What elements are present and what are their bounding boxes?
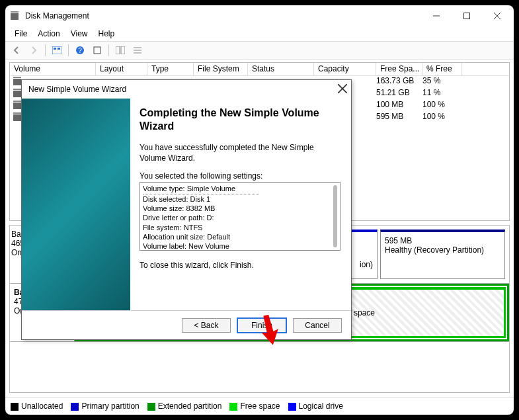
- volume-list-header: Volume Layout Type File System Status Ca…: [9, 62, 510, 75]
- col-freespace[interactable]: Free Spa...: [376, 63, 422, 75]
- legend: Unallocated Primary partition Extended p…: [5, 397, 514, 415]
- svg-rect-6: [94, 47, 100, 54]
- wizard-titlebar[interactable]: New Simple Volume Wizard: [22, 80, 351, 99]
- col-capacity[interactable]: Capacity: [314, 63, 376, 75]
- col-status[interactable]: Status: [248, 63, 314, 75]
- wizard-dialog: New Simple Volume Wizard Completing the …: [21, 79, 352, 340]
- swatch-unallocated: [11, 403, 19, 411]
- svg-rect-7: [116, 46, 120, 54]
- wizard-settings-label: You selected the following settings:: [140, 171, 340, 181]
- svg-text:?: ?: [78, 47, 82, 54]
- tb-view-button[interactable]: [113, 43, 128, 58]
- wizard-title: New Simple Volume Wizard: [28, 85, 338, 94]
- swatch-primary: [71, 403, 79, 411]
- menu-help[interactable]: Help: [95, 28, 119, 40]
- cancel-button[interactable]: Cancel: [293, 318, 342, 333]
- maximize-button[interactable]: [452, 6, 482, 26]
- volume-icon: [13, 114, 21, 121]
- nav-back-button[interactable]: [9, 43, 24, 58]
- nav-forward-button[interactable]: [26, 43, 41, 58]
- toolbar: ?: [5, 41, 514, 60]
- svg-rect-3: [58, 48, 60, 50]
- menu-view[interactable]: View: [67, 28, 92, 40]
- help-button[interactable]: ?: [73, 43, 87, 58]
- partition-free-space[interactable]: Free space: [329, 287, 506, 338]
- volume-icon: [13, 103, 21, 109]
- swatch-logical: [288, 403, 296, 411]
- svg-rect-1: [52, 46, 61, 54]
- titlebar[interactable]: Disk Management: [5, 5, 514, 26]
- menu-action[interactable]: Action: [34, 28, 63, 40]
- col-pctfree[interactable]: % Free: [422, 63, 462, 75]
- volume-icon: [13, 79, 21, 85]
- back-button[interactable]: < Back: [182, 318, 231, 333]
- wizard-success-text: You have successfully completed the New …: [140, 142, 340, 163]
- refresh-button[interactable]: [90, 43, 104, 58]
- wizard-button-row: < Back Finish Cancel: [22, 310, 351, 339]
- partition-recovery[interactable]: 595 MB Healthy (Recovery Partition): [380, 230, 505, 279]
- minimize-button[interactable]: [421, 6, 452, 26]
- app-icon: [11, 11, 21, 21]
- tb-list-button[interactable]: [130, 43, 145, 58]
- wizard-close-hint: To close this wizard, click Finish.: [140, 260, 340, 271]
- swatch-extended: [147, 403, 155, 411]
- svg-rect-8: [121, 46, 125, 54]
- menu-file[interactable]: File: [11, 28, 31, 40]
- window-title: Disk Management: [25, 11, 421, 21]
- swatch-free: [229, 403, 237, 411]
- menubar: File Action View Help: [5, 26, 514, 41]
- wizard-settings-list[interactable]: Volume type: Simple Volume Disk selected…: [140, 182, 340, 251]
- col-filesystem[interactable]: File System: [194, 63, 248, 75]
- tb-layout-button[interactable]: [50, 43, 64, 58]
- svg-rect-2: [54, 48, 56, 50]
- svg-rect-0: [464, 13, 470, 19]
- wizard-sidebar-graphic: [22, 99, 130, 310]
- wizard-heading: Completing the New Simple Volume Wizard: [140, 106, 340, 133]
- finish-button[interactable]: Finish: [237, 318, 286, 333]
- col-volume[interactable]: Volume: [10, 63, 96, 75]
- close-button[interactable]: [482, 6, 512, 26]
- volume-icon: [13, 91, 21, 97]
- col-type[interactable]: Type: [147, 63, 194, 75]
- col-layout[interactable]: Layout: [96, 63, 147, 75]
- wizard-close-button[interactable]: [338, 84, 347, 95]
